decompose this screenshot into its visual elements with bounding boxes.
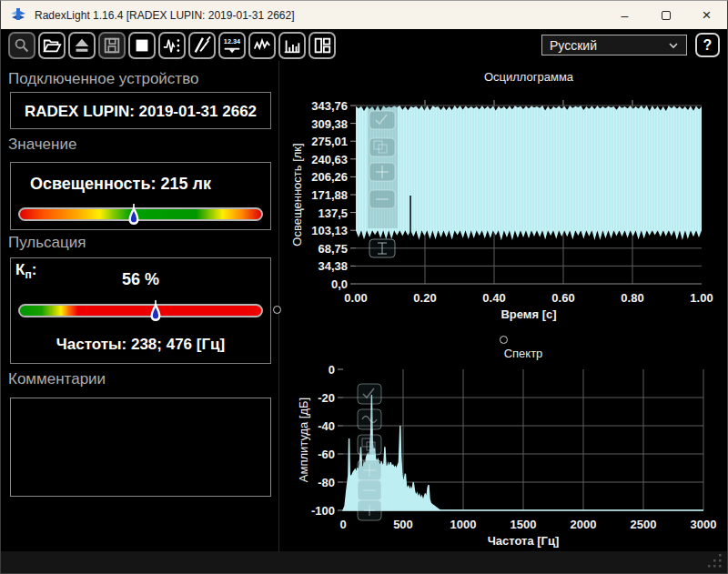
open-file-button[interactable] [38,32,66,59]
app-icon [9,7,27,23]
frequencies-value: Частоты: 238; 476 [Гц] [11,336,270,354]
waveform-texture [356,106,702,240]
chevron-down-icon [666,38,681,53]
x-tick-label: 0.60 [551,291,574,305]
y-tick-label: -80 [318,476,335,489]
y-tick-label: 0 [329,363,335,377]
value-heading: Значение [8,136,76,154]
oscillogram-title: Осциллограмма [484,70,574,84]
x-tick-label: 0.40 [482,291,505,305]
statusbar [1,551,727,573]
light-rays-icon [192,35,212,55]
y-tick-label: -40 [318,419,335,433]
oscillogram-view-button[interactable] [248,32,276,59]
y-axis-title: Освещенность [лк] [290,143,304,246]
x-tick-label: 0.80 [621,291,643,305]
y-tick-label: 309,38 [311,117,348,131]
app-window: RadexLight 1.16.4 [RADEX LUPIN: 2019-01-… [0,0,728,574]
x-tick-label: 500 [393,518,413,531]
comments-input[interactable] [10,398,271,497]
maximize-icon [662,11,671,20]
illuminance-scale-bar [18,207,263,221]
zoom-tool-button[interactable] [8,32,35,59]
zoom-icon [12,35,32,55]
x-axis-title: Время [с] [500,307,556,321]
help-button[interactable]: ? [695,33,720,57]
illuminance-value: Освещенность: 215 лк [30,175,211,194]
toolbar: 12.34 [1,29,727,61]
language-select[interactable]: Русский [541,35,687,55]
y-tick-label: 103,13 [311,224,348,237]
titlebar: RadexLight 1.16.4 [RADEX LUPIN: 2019-01-… [1,1,727,29]
window-title: RadexLight 1.16.4 [RADEX LUPIN: 2019-01-… [35,9,295,22]
comments-heading: Комментарии [8,370,106,388]
device-name: RADEX LUPIN: 2019-01-31 2662 [11,103,270,121]
numeric-display-icon: 12.34 [221,35,243,55]
y-tick-label: 275,01 [311,135,348,148]
close-button[interactable]: × [686,1,727,29]
connected-device-heading: Подключенное устройство [8,70,198,88]
y-tick-label: 68,75 [318,242,348,256]
y-tick-label: 206,26 [311,170,348,184]
chart-overlay-copy-icon[interactable] [358,435,381,455]
save-button[interactable] [98,32,126,59]
oscillogram-chart[interactable]: Осциллограмма343,76309,38275,01240,63206… [274,61,728,329]
y-tick-label: -60 [318,448,335,461]
pulsation-box: Кп: 56 % Частоты: 238; 476 [Гц] [10,257,271,364]
y-tick-label: 0,0 [331,277,348,291]
x-tick-label: 2500 [631,518,657,531]
svg-text:12.34: 12.34 [224,37,241,45]
oscillogram-icon [252,35,272,55]
open-file-icon [42,35,62,55]
y-tick-label: -20 [318,391,335,405]
device-box: RADEX LUPIN: 2019-01-31 2662 [10,92,271,129]
y-tick-label: 240,63 [311,153,348,166]
y-tick-label: 343,76 [311,99,348,113]
panel-layout-icon [312,35,332,55]
eject-button[interactable] [68,32,96,59]
y-axis-title: Амплитуда [дБ] [297,398,310,482]
x-tick-label: 1.00 [690,291,713,305]
spectrum-chart[interactable]: Спектр0-20-40-60-80-10005001000150020002… [274,329,728,553]
y-tick-label: 171,88 [311,188,348,202]
spectrum-title: Спектр [504,347,543,360]
numeric-display-button[interactable]: 12.34 [218,32,246,59]
maximize-button[interactable] [645,1,686,29]
stop-button[interactable] [128,32,156,59]
y-tick-label: 34,38 [318,259,348,273]
x-tick-label: 1500 [511,518,537,531]
kp-value: 56 % [11,270,270,289]
x-tick-label: 1000 [450,518,477,531]
value-box: Освещенность: 215 лк [10,162,271,230]
x-tick-label: 0.00 [344,291,367,305]
pulse-measure-button[interactable] [158,32,186,59]
pulsation-marker-icon [150,300,162,324]
save-icon [102,35,122,55]
minimize-button[interactable]: – [604,1,645,29]
pulsation-scale-bar [18,304,263,317]
y-tick-label: -100 [311,504,335,518]
y-tick-label: 137,5 [318,206,348,220]
spectrum-bars-icon [282,35,302,55]
panel-layout-button[interactable] [308,32,336,59]
x-tick-label: 0.20 [413,291,436,305]
x-axis-title: Частота [Гц] [488,534,560,548]
spectrum-view-button[interactable] [278,32,306,59]
x-tick-label: 3000 [691,518,717,531]
language-select-value: Русский [550,38,666,53]
x-tick-label: 2000 [571,518,597,531]
resize-grip-icon[interactable] [707,553,723,569]
x-tick-label: 0 [339,518,346,531]
light-rays-button[interactable] [188,32,216,59]
pulsation-heading: Пульсация [8,234,86,252]
illuminance-marker-icon [127,204,139,227]
eject-icon [72,35,92,55]
left-panel: Подключенное устройство RADEX LUPIN: 201… [8,61,274,553]
pulse-waveform-icon [162,35,182,55]
stop-icon [132,35,152,55]
